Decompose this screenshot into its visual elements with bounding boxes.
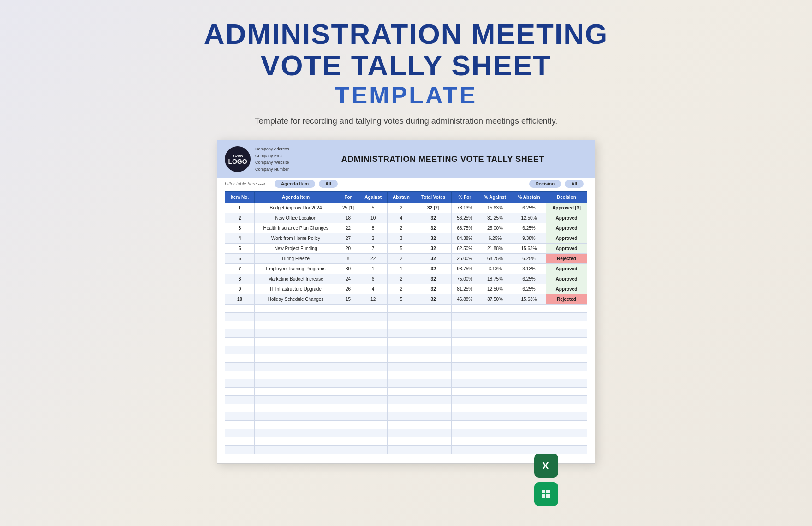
cell-for: 8 [337,253,359,263]
cell-abstain: 2 [387,284,415,294]
cell-pct-abstain: 15.63% [512,294,546,304]
cell-agenda-item: Budget Approval for 2024 [254,203,337,213]
page-subtitle: Template for recording and tallying vote… [255,116,558,126]
cell-abstain: 2 [387,223,415,233]
cell-agenda-item: IT Infrastructure Upgrade [254,284,337,294]
cell-pct-against: 6.25% [478,233,512,243]
table-row: 10 Holiday Schedule Changes 15 12 5 32 4… [225,294,587,304]
empty-row [225,329,587,337]
cell-total: 32 [415,223,452,233]
cell-pct-abstain: 9.38% [512,233,546,243]
col-pct-for: % For [451,191,478,203]
cell-for: 20 [337,243,359,253]
cell-decision: Approved [3] [546,203,587,213]
company-info: Company Address Company Email Company We… [255,146,289,173]
cell-against: 10 [359,213,387,223]
cell-pct-abstain: 12.50% [512,213,546,223]
empty-row [225,304,587,312]
cell-pct-against: 18.75% [478,274,512,284]
empty-row [225,420,587,429]
col-for: For [337,191,359,203]
agenda-item-filter-label[interactable]: Agenda Item [275,180,315,188]
empty-row [225,354,587,362]
company-website: Company Website [255,159,289,166]
col-decision: Decision [546,191,587,203]
cell-decision: Rejected [546,253,587,263]
cell-decision: Rejected [546,294,587,304]
empty-row [225,362,587,371]
cell-abstain: 2 [387,253,415,263]
cell-against: 8 [359,223,387,233]
excel-icon[interactable]: X [534,454,558,478]
company-address: Company Address [255,146,289,152]
empty-row [225,346,587,354]
cell-decision: Approved [546,263,587,274]
sheet-title: ADMINISTRATION MEETING VOTE TALLY SHEET [299,155,587,164]
cell-agenda-item: New Office Location [254,213,337,223]
cell-total: 32 [2] [415,203,452,213]
table-row: 1 Budget Approval for 2024 25 [1] 5 2 32… [225,203,587,213]
svg-rect-5 [542,494,545,498]
cell-agenda-item: Marketing Budget Increase [254,274,337,284]
cell-pct-against: 21.88% [478,243,512,253]
cell-pct-for: 56.25% [451,213,478,223]
sheets-svg [539,487,554,502]
col-total-votes: Total Votes [415,191,452,203]
empty-row [225,379,587,387]
sheets-icon[interactable] [534,482,558,506]
cell-pct-abstain: 3.13% [512,263,546,274]
cell-pct-for: 25.00% [451,253,478,263]
company-email: Company Email [255,153,289,159]
decision-filter-label[interactable]: Decision [529,180,561,188]
page-title-line3: TEMPLATE [335,81,477,109]
cell-agenda-item: Employee Training Programs [254,263,337,274]
cell-decision: Approved [546,223,587,233]
table-row: 8 Marketing Budget Increase 24 6 2 32 75… [225,274,587,284]
cell-item-no: 7 [225,263,255,274]
cell-abstain: 3 [387,233,415,243]
cell-total: 32 [415,284,452,294]
cell-pct-for: 62.50% [451,243,478,253]
agenda-item-filter-value[interactable]: All [319,180,338,188]
cell-total: 32 [415,263,452,274]
decision-filter-value[interactable]: All [565,180,584,188]
cell-pct-against: 68.75% [478,253,512,263]
cell-for: 18 [337,213,359,223]
empty-row [225,387,587,395]
cell-decision: Approved [546,243,587,253]
cell-for: 22 [337,223,359,233]
excel-svg: X [539,458,554,473]
cell-pct-against: 37.50% [478,294,512,304]
cell-for: 27 [337,233,359,243]
col-pct-abstain: % Abstain [512,191,546,203]
cell-total: 32 [415,253,452,263]
cell-pct-for: 81.25% [451,284,478,294]
cell-against: 7 [359,243,387,253]
cell-abstain: 5 [387,243,415,253]
empty-row [225,412,587,420]
filter-label: Filter table here ---> [225,181,265,186]
table-row: 4 Work-from-Home Policy 27 2 3 32 84.38%… [225,233,587,243]
cell-pct-against: 31.25% [478,213,512,223]
table-wrapper: Item No. Agenda Item For Against Abstain… [217,191,595,454]
cell-pct-abstain: 6.25% [512,223,546,233]
cell-pct-abstain: 6.25% [512,284,546,294]
cell-for: 15 [337,294,359,304]
col-agenda-item: Agenda Item [254,191,337,203]
cell-for: 26 [337,284,359,294]
page-title-line1: ADMINISTRATION MEETING [204,18,608,50]
empty-row [225,429,587,437]
cell-decision: Approved [546,233,587,243]
cell-item-no: 10 [225,294,255,304]
col-item-no: Item No. [225,191,255,203]
cell-against: 4 [359,284,387,294]
cell-pct-for: 84.38% [451,233,478,243]
svg-rect-6 [546,494,550,498]
sheet-header: YOUR LOGO Company Address Company Email … [217,140,595,178]
cell-for: 25 [1] [337,203,359,213]
cell-pct-for: 68.75% [451,223,478,233]
cell-total: 32 [415,294,452,304]
col-abstain: Abstain [387,191,415,203]
cell-total: 32 [415,274,452,284]
cell-against: 2 [359,233,387,243]
